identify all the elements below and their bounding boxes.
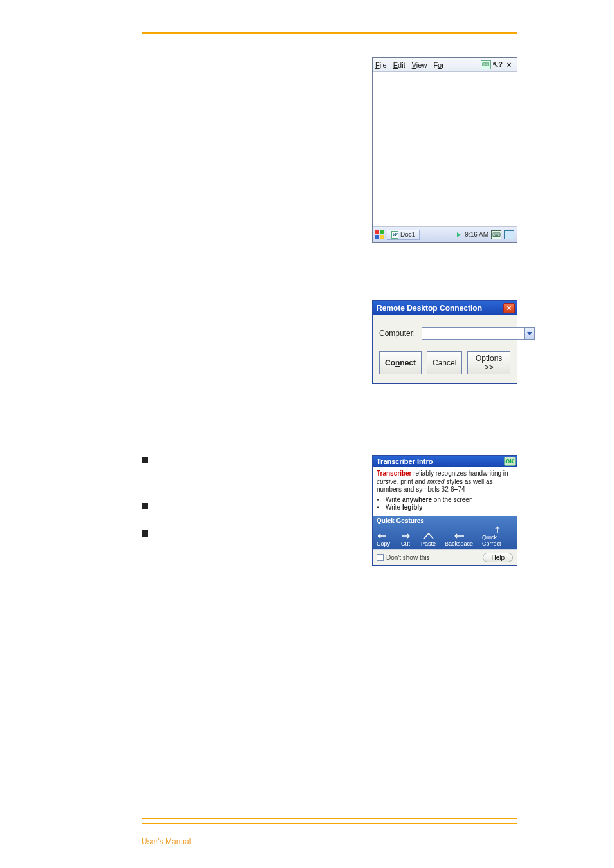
text-cursor [377, 75, 377, 84]
menu-format[interactable]: For [433, 61, 444, 69]
gesture-quick-correct: Quick Correct [482, 526, 513, 547]
gesture-quick-correct-icon [491, 526, 504, 533]
gesture-paste: Paste [421, 532, 436, 547]
options-button[interactable]: Options >> [467, 351, 510, 374]
rdc-title-text: Remote Desktop Connection [377, 304, 482, 313]
footer-text: User's Manual [142, 837, 517, 846]
keyboard-icon[interactable]: ⌨ [481, 60, 491, 69]
rdc-computer-label: Computer: [379, 329, 415, 338]
bullet-item [142, 455, 359, 463]
help-button[interactable]: Help [483, 553, 513, 562]
wordpad-document-area[interactable] [373, 72, 517, 226]
square-bullet-icon [142, 530, 148, 537]
ok-button[interactable]: OK [504, 457, 516, 466]
dropdown-icon[interactable] [524, 328, 534, 339]
quick-gestures-panel: Quick Gestures Copy Cut Paste [373, 516, 517, 549]
rdc-computer-combo[interactable] [422, 327, 535, 340]
gesture-paste-icon [422, 532, 435, 540]
rdc-titlebar: Remote Desktop Connection × [373, 301, 517, 315]
gesture-copy: Copy [377, 532, 390, 547]
top-rule [142, 32, 517, 34]
close-icon[interactable]: × [504, 60, 514, 69]
rdc-computer-input[interactable] [422, 328, 524, 339]
gesture-cut-icon [399, 532, 412, 540]
connect-button[interactable]: Connect [379, 351, 422, 374]
context-help-icon[interactable]: ↖? [492, 60, 503, 69]
square-bullet-icon [142, 457, 148, 463]
wordpad-menubar: FFileile Edit View For ⌨ ↖? × [373, 58, 517, 72]
transcriber-title-text: Transcriber Intro [377, 457, 433, 465]
body-text-placeholder-2 [142, 300, 359, 307]
bullet-item [142, 501, 359, 509]
transcriber-bullet: Write legibly [386, 504, 513, 512]
square-bullet-icon [142, 503, 148, 509]
taskbar-doc-label: Doc1 [400, 231, 415, 238]
gesture-cut: Cut [399, 532, 412, 547]
cancel-button[interactable]: Cancel [427, 351, 462, 374]
dont-show-checkbox[interactable] [377, 554, 384, 561]
transcriber-window: Transcriber Intro OK Transcriber reliabl… [372, 455, 517, 566]
rdc-window: Remote Desktop Connection × Computer: Co… [372, 300, 517, 384]
tray-arrow-icon[interactable] [457, 232, 461, 237]
input-panel-icon[interactable]: ⌨ [491, 230, 501, 239]
body-text-placeholder-1 [142, 57, 359, 64]
gesture-copy-icon [377, 532, 390, 540]
menu-view[interactable]: View [412, 61, 427, 69]
menu-file[interactable]: FFileile [375, 61, 387, 69]
wordpad-icon: W [391, 231, 398, 239]
page-footer: User's Manual [142, 818, 517, 846]
gesture-backspace: Backspace [445, 532, 473, 547]
taskbar-doc-button[interactable]: W Doc1 [387, 230, 420, 240]
transcriber-titlebar: Transcriber Intro OK [373, 456, 517, 467]
bullet-item [142, 528, 359, 537]
quick-gestures-title: Quick Gestures [377, 517, 513, 524]
start-button[interactable] [375, 230, 384, 239]
taskbar-clock: 9:16 AM [465, 231, 488, 238]
close-icon[interactable]: × [503, 303, 515, 313]
transcriber-intro-text: Transcriber reliably recognizes handwrit… [373, 467, 517, 516]
wordpad-window: FFileile Edit View For ⌨ ↖? × W D [372, 57, 517, 243]
gesture-backspace-icon [452, 532, 465, 540]
dont-show-label: Don't show this [386, 554, 430, 561]
show-desktop-icon[interactable] [504, 230, 514, 239]
menu-edit[interactable]: Edit [393, 61, 405, 69]
transcriber-bullet: Write anywhere on the screen [386, 496, 513, 504]
taskbar: W Doc1 9:16 AM ⌨ [373, 226, 517, 242]
